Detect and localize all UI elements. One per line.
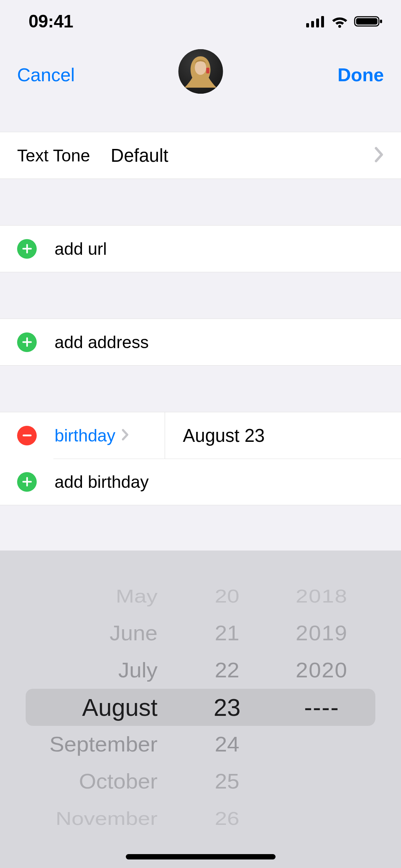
picker-day-column[interactable]: 192021222324252627 [193,568,261,825]
picker-item[interactable]: 2020 [261,653,375,688]
picker-item[interactable]: 25 [193,764,261,799]
picker-item[interactable]: November [26,803,193,825]
picker-item[interactable]: 19 [193,568,261,572]
minus-icon[interactable] [17,426,37,445]
plus-icon [17,239,37,259]
picker-item[interactable]: June [26,616,193,651]
picker-item[interactable]: October [26,764,193,799]
add-birthday-label: add birthday [55,472,149,492]
plus-icon [17,472,37,492]
add-birthday-row[interactable]: add birthday [0,459,401,505]
plus-icon [17,332,37,352]
picker-item[interactable]: September [26,727,193,762]
status-time: 09:41 [29,11,73,32]
picker-item[interactable]: 2018 [261,580,375,612]
cellular-icon [306,15,325,27]
text-tone-value: Default [111,145,169,166]
svg-rect-0 [306,23,309,27]
add-url-row[interactable]: add url [0,226,401,272]
add-url-group: add url [0,225,401,272]
svg-point-9 [195,61,206,75]
picker-item[interactable]: 23 [193,689,261,726]
contact-avatar[interactable] [178,49,223,94]
cancel-button[interactable]: Cancel [17,64,75,86]
picker-item[interactable]: ---- [261,689,375,726]
svg-point-4 [338,25,341,28]
svg-rect-6 [356,18,377,25]
picker-year-column[interactable]: 2017201820192020---- [261,568,375,825]
picker-item[interactable]: August [26,689,193,726]
picker-item[interactable]: 2019 [261,616,375,651]
text-tone-label: Text Tone [17,146,90,165]
status-icons [306,15,383,28]
picker-item[interactable]: July [26,653,193,688]
status-bar: 09:41 [0,0,401,43]
chevron-right-icon [375,147,384,164]
picker-item[interactable]: 26 [193,803,261,825]
avatar-image [178,49,223,94]
picker-item[interactable]: 24 [193,727,261,762]
home-indicator [126,854,276,859]
battery-icon [354,15,383,28]
picker-month-column[interactable]: AprilMayJuneJulyAugustSeptemberOctoberNo… [26,568,193,825]
birthday-value: August 23 [183,425,265,446]
picker-item[interactable]: 20 [193,580,261,612]
picker-item[interactable]: 21 [193,616,261,651]
text-tone-group: Text Tone Default [0,132,401,179]
picker-item[interactable]: 22 [193,653,261,688]
wifi-icon [330,15,349,28]
svg-rect-2 [316,19,319,27]
done-button[interactable]: Done [338,64,384,86]
svg-rect-3 [321,16,324,27]
picker-item[interactable]: 2017 [261,568,375,572]
birthday-group: birthday August 23 add birthday [0,412,401,505]
add-address-label: add address [55,332,149,352]
chevron-right-icon [122,429,129,442]
add-address-row[interactable]: add address [0,319,401,365]
birthday-label: birthday [55,426,115,445]
svg-rect-1 [311,21,314,27]
birthday-row[interactable]: birthday August 23 [0,412,401,459]
svg-rect-7 [380,20,382,23]
add-url-label: add url [55,239,107,259]
picker-item[interactable]: May [26,580,193,612]
add-address-group: add address [0,319,401,366]
svg-rect-10 [206,68,209,73]
picker-item[interactable]: April [26,568,193,572]
date-picker[interactable]: AprilMayJuneJulyAugustSeptemberOctoberNo… [0,551,401,868]
text-tone-row[interactable]: Text Tone Default [0,132,401,179]
birthday-field-type[interactable]: birthday [55,412,165,459]
header: Cancel Done [0,43,401,132]
